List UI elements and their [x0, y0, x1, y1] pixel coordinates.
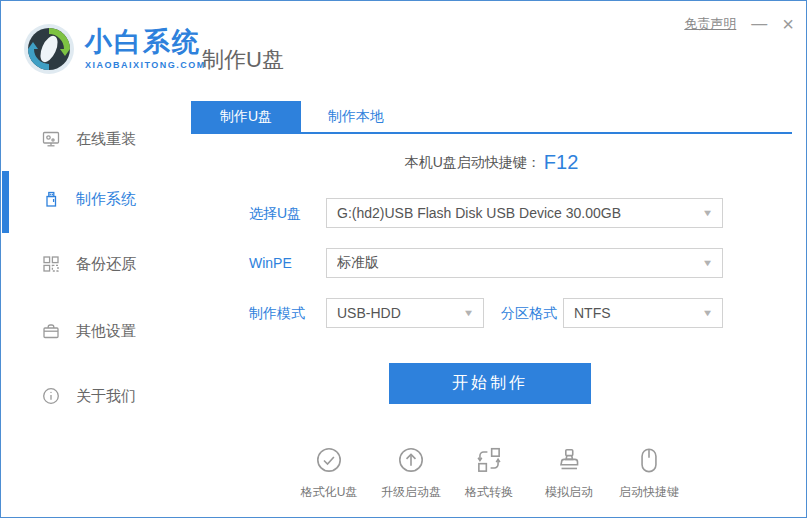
disclaimer-link[interactable]: 免责声明: [684, 15, 736, 33]
winpe-select[interactable]: 标准版 ▼: [326, 248, 723, 278]
check-circle-icon: [313, 445, 345, 477]
sidebar-item-other-settings[interactable]: 其他设置: [1, 316, 189, 346]
tab-make-local[interactable]: 制作本地: [301, 101, 411, 132]
mode-select[interactable]: USB-HDD ▼: [326, 298, 484, 328]
usb-select-label: 选择U盘: [249, 198, 301, 228]
action-format-usb[interactable]: 格式化U盘: [287, 445, 371, 501]
arrow-up-circle-icon: [395, 445, 427, 477]
hotkey-label: 本机U盘启动快捷键：: [405, 154, 541, 170]
hotkey-value: F12: [544, 151, 578, 173]
action-label: 启动快捷键: [607, 484, 691, 501]
sidebar-item-label: 关于我们: [76, 387, 136, 406]
action-boot-hotkey[interactable]: 启动快捷键: [607, 445, 691, 501]
partition-select[interactable]: NTFS ▼: [563, 298, 723, 328]
action-format-convert[interactable]: 格式转换: [447, 445, 531, 501]
logo-icon: [23, 23, 75, 75]
tab-make-usb[interactable]: 制作U盘: [191, 101, 301, 132]
info-circle-icon: [41, 386, 61, 406]
action-label: 格式化U盘: [287, 484, 371, 501]
action-upgrade-boot-disk[interactable]: 升级启动盘: [369, 445, 453, 501]
briefcase-icon: [41, 321, 61, 341]
usb-drive-icon: [41, 189, 61, 209]
winpe-select-label: WinPE: [249, 248, 292, 278]
sidebar-item-about-us[interactable]: 关于我们: [1, 381, 189, 411]
partition-select-value: NTFS: [574, 305, 697, 321]
brand-domain: XIAOBAIXITONG.COM: [85, 60, 206, 70]
sidebar-item-label: 在线重装: [76, 130, 136, 149]
app-logo: 小白系统 XIAOBAIXITONG.COM: [23, 23, 206, 75]
mouse-icon: [633, 445, 665, 477]
monitor-icon: [41, 129, 61, 149]
chevron-down-icon: ▼: [463, 308, 475, 318]
mode-select-value: USB-HDD: [337, 305, 458, 321]
sidebar-item-label: 制作系统: [76, 190, 136, 209]
chevron-down-icon: ▼: [702, 308, 714, 318]
convert-icon: [473, 445, 505, 477]
action-label: 模拟启动: [527, 484, 611, 501]
sidebar-item-label: 其他设置: [76, 322, 136, 341]
app-window: 免责声明 — × 小白系统 XIAOBAIXITONG.COM 制作U盘: [0, 0, 807, 518]
tab-bar: 制作U盘 制作本地: [191, 101, 792, 134]
action-simulate-boot[interactable]: 模拟启动: [527, 445, 611, 501]
minimize-button[interactable]: —: [751, 16, 767, 32]
chevron-down-icon: ▼: [702, 258, 714, 268]
hotkey-line: 本机U盘启动快捷键：F12: [191, 151, 792, 174]
chevron-down-icon: ▼: [702, 208, 714, 218]
logo-text: 小白系统 XIAOBAIXITONG.COM: [85, 28, 206, 69]
winpe-select-value: 标准版: [337, 254, 697, 272]
close-button[interactable]: ×: [782, 14, 794, 34]
sidebar-item-backup-restore[interactable]: 备份还原: [1, 249, 189, 279]
partition-select-label: 分区格式: [501, 298, 557, 328]
brand-name: 小白系统: [85, 28, 206, 56]
sidebar-item-make-system[interactable]: 制作系统: [1, 184, 189, 214]
mode-select-label: 制作模式: [249, 298, 305, 328]
sidebar-item-online-reinstall[interactable]: 在线重装: [1, 124, 189, 154]
usb-select[interactable]: G:(hd2)USB Flash Disk USB Device 30.00GB…: [326, 198, 723, 228]
page-title: 制作U盘: [202, 45, 284, 75]
action-label: 格式转换: [447, 484, 531, 501]
start-button[interactable]: 开始制作: [389, 363, 591, 404]
action-label: 升级启动盘: [369, 484, 453, 501]
usb-select-value: G:(hd2)USB Flash Disk USB Device 30.00GB: [337, 205, 697, 221]
sidebar-item-label: 备份还原: [76, 255, 136, 274]
stamp-icon: [553, 445, 585, 477]
grid-restore-icon: [41, 254, 61, 274]
titlebar: 免责声明 — ×: [684, 14, 794, 34]
